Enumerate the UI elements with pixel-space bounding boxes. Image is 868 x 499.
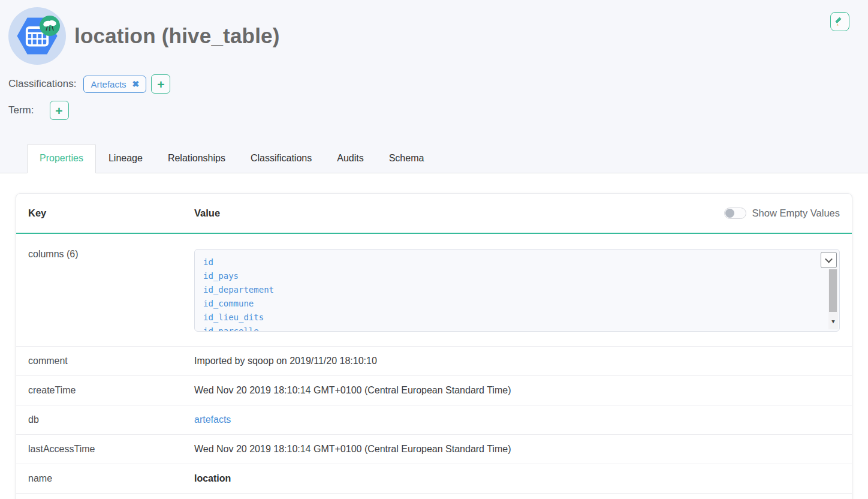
- scroll-down-arrow-icon[interactable]: ▼: [828, 315, 838, 329]
- row-value: artefacts: [194, 414, 840, 425]
- show-empty-values-label: Show Empty Values: [752, 208, 840, 219]
- column-link[interactable]: id_commune: [203, 297, 831, 311]
- tab-relationships[interactable]: Relationships: [155, 144, 238, 173]
- tab-audits[interactable]: Audits: [324, 144, 376, 173]
- properties-table-body: columns (6)idid_paysid_departementid_com…: [16, 234, 852, 494]
- tab-schema[interactable]: Schema: [376, 144, 437, 173]
- add-term-button[interactable]: +: [50, 101, 69, 120]
- term-label: Term:: [8, 104, 34, 116]
- value-column-header: Value: [194, 208, 724, 219]
- table-row: dbartefacts: [16, 405, 852, 435]
- column-link[interactable]: id_parcelle: [203, 324, 831, 332]
- row-key: lastAccessTime: [28, 444, 194, 455]
- tabs: PropertiesLineageRelationshipsClassifica…: [8, 144, 860, 173]
- row-key: name: [28, 473, 194, 484]
- classification-tags: Artefacts✖: [83, 76, 146, 93]
- entity-header-section: location (hive_table) Classifications: A…: [0, 0, 868, 173]
- term-row: Term: +: [8, 101, 860, 120]
- column-link[interactable]: id_departement: [203, 283, 831, 297]
- show-empty-values-toggle[interactable]: [724, 208, 746, 219]
- table-row: columns (6)idid_paysid_departementid_com…: [16, 234, 852, 347]
- row-key: columns (6): [28, 249, 194, 260]
- scrollbar-thumb[interactable]: [829, 269, 837, 312]
- properties-table-header: Key Value Show Empty Values: [16, 194, 852, 234]
- db-link[interactable]: artefacts: [194, 414, 231, 425]
- properties-card: Key Value Show Empty Values columns (6)i…: [16, 193, 852, 499]
- table-row: lastAccessTimeWed Nov 20 2019 18:10:14 G…: [16, 435, 852, 464]
- classification-tag-label: Artefacts: [91, 79, 126, 89]
- atlas-moth-badge-icon: [40, 16, 60, 36]
- toggle-knob: [725, 209, 734, 218]
- pencil-icon: [835, 17, 845, 27]
- columns-value-box: idid_paysid_departementid_communeid_lieu…: [194, 249, 840, 332]
- remove-classification-icon[interactable]: ✖: [132, 79, 140, 89]
- row-key: createTime: [28, 385, 194, 396]
- add-classification-button[interactable]: +: [151, 74, 170, 94]
- table-row: createTimeWed Nov 20 2019 18:10:14 GMT+0…: [16, 376, 852, 405]
- column-link[interactable]: id_pays: [203, 269, 831, 283]
- row-value: Imported by sqoop on 2019/11/20 18:10:10: [194, 356, 840, 366]
- columns-scrollbar[interactable]: ▼: [828, 269, 838, 329]
- column-link[interactable]: id: [203, 255, 831, 269]
- columns-dropdown-button[interactable]: [821, 252, 837, 268]
- edit-entity-button[interactable]: [830, 12, 849, 31]
- classifications-label: Classifications:: [8, 78, 76, 90]
- table-row: commentImported by sqoop on 2019/11/20 1…: [16, 347, 852, 376]
- table-row: namelocation: [16, 464, 852, 494]
- classifications-row: Classifications: Artefacts✖ +: [8, 74, 860, 94]
- properties-tab-content: Key Value Show Empty Values columns (6)i…: [0, 173, 868, 499]
- column-link[interactable]: id_lieu_dits: [203, 311, 831, 324]
- show-empty-values-control: Show Empty Values: [724, 208, 840, 219]
- page-title: location (hive_table): [74, 24, 280, 48]
- entity-icon: [8, 7, 66, 65]
- entity-header-row: location (hive_table): [8, 7, 860, 65]
- chevron-down-icon: [825, 255, 833, 263]
- row-value: Wed Nov 20 2019 18:10:14 GMT+0100 (Centr…: [194, 385, 840, 396]
- tab-lineage[interactable]: Lineage: [96, 144, 155, 173]
- row-key: db: [28, 414, 194, 425]
- row-key: comment: [28, 356, 194, 366]
- classification-tag[interactable]: Artefacts✖: [83, 76, 146, 93]
- key-column-header: Key: [28, 208, 194, 219]
- row-value: location: [194, 473, 840, 484]
- row-value: Wed Nov 20 2019 18:10:14 GMT+0100 (Centr…: [194, 444, 840, 455]
- tab-classifications[interactable]: Classifications: [238, 144, 324, 173]
- tab-properties[interactable]: Properties: [27, 144, 96, 173]
